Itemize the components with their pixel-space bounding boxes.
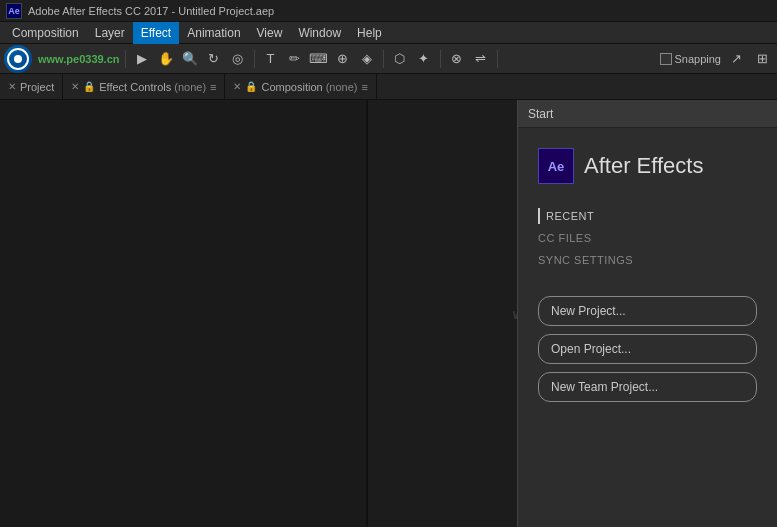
nav-item-recent[interactable]: RECENT bbox=[538, 208, 757, 224]
start-panel-nav: RECENT CC FILES SYNC SETTINGS bbox=[518, 200, 777, 276]
effect-controls-close-btn[interactable]: ✕ bbox=[71, 81, 79, 92]
tool-snap2[interactable]: ⊞ bbox=[751, 48, 773, 70]
menu-item-view[interactable]: View bbox=[249, 22, 291, 44]
tool-camera[interactable]: ◎ bbox=[227, 48, 249, 70]
tool-shape[interactable]: ⬡ bbox=[389, 48, 411, 70]
panel-tab-project: ✕ Project bbox=[0, 74, 63, 100]
start-panel-title: After Effects bbox=[584, 153, 703, 179]
project-tab-label[interactable]: Project bbox=[20, 81, 54, 93]
toolbar-sep-2 bbox=[254, 50, 255, 68]
tool-anchor[interactable]: ⊗ bbox=[446, 48, 468, 70]
nav-item-sync-settings[interactable]: SYNC SETTINGS bbox=[538, 252, 757, 268]
tool-brush[interactable]: ⌨ bbox=[308, 48, 330, 70]
tool-clone[interactable]: ⊕ bbox=[332, 48, 354, 70]
panel-header: ✕ Project ✕ 🔒 Effect Controls (none) ≡ ✕… bbox=[0, 74, 777, 100]
snapping-label: Snapping bbox=[675, 53, 722, 65]
composition-close-btn[interactable]: ✕ bbox=[233, 81, 241, 92]
composition-panel: www.piHome.NET Start Ae After Effects RE… bbox=[368, 100, 777, 527]
tool-select[interactable]: ▶ bbox=[131, 48, 153, 70]
snapping-checkbox[interactable]: Snapping bbox=[660, 53, 722, 65]
new-team-project-button[interactable]: New Team Project... bbox=[538, 372, 757, 402]
tool-hand[interactable]: ✋ bbox=[155, 48, 177, 70]
ae-logo-text: Ae bbox=[548, 159, 565, 174]
panel-tab-effect-controls: ✕ 🔒 Effect Controls (none) ≡ bbox=[63, 74, 225, 100]
new-project-button[interactable]: New Project... bbox=[538, 296, 757, 326]
app-toolbar-logo bbox=[4, 45, 32, 73]
tool-align[interactable]: ⇌ bbox=[470, 48, 492, 70]
effect-controls-menu-icon[interactable]: ≡ bbox=[210, 81, 216, 93]
tool-puppet[interactable]: ✦ bbox=[413, 48, 435, 70]
start-panel-header: Start bbox=[518, 100, 777, 128]
tool-text[interactable]: T bbox=[260, 48, 282, 70]
app-logo-text: Ae bbox=[8, 6, 20, 16]
panel-tab-composition: ✕ 🔒 Composition (none) ≡ bbox=[225, 74, 376, 100]
open-project-button[interactable]: Open Project... bbox=[538, 334, 757, 364]
toolbar-url: www.pe0339.cn bbox=[38, 53, 120, 65]
snapping-checkbox-box[interactable] bbox=[660, 53, 672, 65]
menu-item-help[interactable]: Help bbox=[349, 22, 390, 44]
project-close-btn[interactable]: ✕ bbox=[8, 81, 16, 92]
tool-rotate[interactable]: ↻ bbox=[203, 48, 225, 70]
nav-item-cc-files[interactable]: CC FILES bbox=[538, 230, 757, 246]
effect-controls-lock-icon: 🔒 bbox=[83, 81, 95, 92]
tool-eraser[interactable]: ◈ bbox=[356, 48, 378, 70]
start-panel: Start Ae After Effects RECENT CC FILES S… bbox=[517, 100, 777, 527]
composition-menu-icon[interactable]: ≡ bbox=[361, 81, 367, 93]
menu-item-layer[interactable]: Layer bbox=[87, 22, 133, 44]
toolbar-sep-5 bbox=[497, 50, 498, 68]
tool-snap1[interactable]: ↗ bbox=[725, 48, 747, 70]
main-content: www.piHome.NET Start Ae After Effects RE… bbox=[0, 100, 777, 527]
menu-item-window[interactable]: Window bbox=[290, 22, 349, 44]
menu-item-animation[interactable]: Animation bbox=[179, 22, 248, 44]
tool-zoom[interactable]: 🔍 bbox=[179, 48, 201, 70]
toolbar-sep-1 bbox=[125, 50, 126, 68]
menu-bar: Composition Layer Effect Animation View … bbox=[0, 22, 777, 44]
snapping-area: Snapping ↗ ⊞ bbox=[660, 48, 774, 70]
start-panel-header-text: Start bbox=[528, 107, 553, 121]
composition-lock-icon: 🔒 bbox=[245, 81, 257, 92]
app-logo: Ae bbox=[6, 3, 22, 19]
menu-item-effect[interactable]: Effect bbox=[133, 22, 179, 44]
start-panel-logo-area: Ae After Effects bbox=[518, 128, 777, 200]
title-bar: Ae Adobe After Effects CC 2017 - Untitle… bbox=[0, 0, 777, 22]
project-panel bbox=[0, 100, 368, 527]
effect-controls-tab-label: Effect Controls (none) bbox=[99, 81, 206, 93]
menu-item-composition[interactable]: Composition bbox=[4, 22, 87, 44]
toolbar: www.pe0339.cn ▶ ✋ 🔍 ↻ ◎ T ✏ ⌨ ⊕ ◈ ⬡ ✦ ⊗ … bbox=[0, 44, 777, 74]
title-text: Adobe After Effects CC 2017 - Untitled P… bbox=[28, 5, 274, 17]
toolbar-sep-3 bbox=[383, 50, 384, 68]
ae-logo: Ae bbox=[538, 148, 574, 184]
toolbar-sep-4 bbox=[440, 50, 441, 68]
composition-tab-label: Composition (none) bbox=[261, 81, 357, 93]
tool-pen[interactable]: ✏ bbox=[284, 48, 306, 70]
start-panel-buttons: New Project... Open Project... New Team … bbox=[518, 286, 777, 412]
